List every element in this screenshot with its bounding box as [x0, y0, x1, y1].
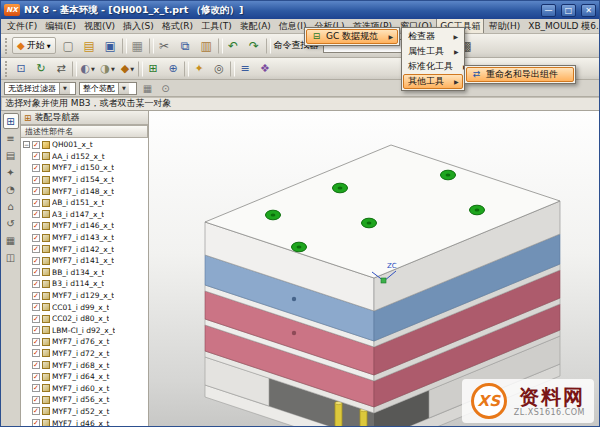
component-checkbox[interactable]: ✓: [32, 407, 40, 415]
cooling-hole[interactable]: [292, 331, 296, 335]
tree-item[interactable]: ✓ MYF7_i d64_x_t: [21, 371, 148, 383]
maximize-button[interactable]: □: [561, 4, 576, 17]
toolbar-button[interactable]: ✦: [190, 60, 209, 78]
toolbar-button[interactable]: [266, 38, 271, 54]
menu-item-gc-data-standard[interactable]: ⊟ GC 数据规范 ▶: [306, 29, 398, 44]
component-checkbox[interactable]: ✓: [32, 245, 40, 253]
toolbar-button[interactable]: [149, 38, 154, 54]
tree-item[interactable]: ✓ MYF7_i d72_x_t: [21, 348, 148, 360]
submenu-item[interactable]: 标准化工具 ▶: [403, 59, 463, 74]
toolbar-button[interactable]: ⇄: [52, 60, 71, 78]
resource-bar-icon[interactable]: ↺: [3, 215, 19, 231]
component-checkbox[interactable]: ✓: [32, 303, 40, 311]
component-checkbox[interactable]: ✓: [32, 222, 40, 230]
navigator-column-header[interactable]: 描述性部件名: [21, 125, 148, 138]
toolbar-button[interactable]: ≡: [236, 60, 255, 78]
resource-bar-icon[interactable]: ⊞: [3, 113, 19, 129]
toolbar-grip[interactable]: [5, 38, 9, 54]
toolbar-button[interactable]: ⊕: [164, 60, 183, 78]
toolbar-button[interactable]: ◆▼: [118, 60, 137, 78]
component-checkbox[interactable]: ✓: [32, 141, 40, 149]
component-checkbox[interactable]: ✓: [32, 152, 40, 160]
component-checkbox[interactable]: ✓: [32, 280, 40, 288]
submenu-item[interactable]: 属性工具 ▶: [403, 44, 463, 59]
resource-bar-icon[interactable]: ▤: [3, 147, 19, 163]
toolbar-button[interactable]: [218, 38, 223, 54]
resource-bar-icon[interactable]: ◔: [3, 181, 19, 197]
resource-bar-icon[interactable]: ≡: [3, 130, 19, 146]
tree-item[interactable]: ✓ MYF7_i d143_x_t: [21, 232, 148, 244]
toolbar-grip[interactable]: [5, 61, 9, 77]
tree-item[interactable]: ✓ MYF7_i d154_x_t: [21, 174, 148, 186]
minimize-button[interactable]: —: [541, 4, 556, 17]
component-checkbox[interactable]: ✓: [32, 187, 40, 195]
toolbar-button[interactable]: ▤: [80, 36, 100, 56]
selection-toggle-icon[interactable]: ▦: [140, 81, 155, 95]
tree-item[interactable]: ✓ MYF7_i d148_x_t: [21, 185, 148, 197]
toolbar-button[interactable]: [72, 61, 77, 77]
component-checkbox[interactable]: ✓: [32, 349, 40, 357]
tree-item[interactable]: ✓ MYF7_i d76_x_t: [21, 336, 148, 348]
selection-filter-dropdown[interactable]: 无选择过滤器 ▼: [4, 82, 76, 95]
resource-bar-icon[interactable]: ✦: [3, 164, 19, 180]
component-checkbox[interactable]: ✓: [32, 361, 40, 369]
collapse-icon[interactable]: −: [23, 141, 30, 148]
toolbar-button[interactable]: ⧉: [176, 36, 196, 56]
toolbar-button[interactable]: ◎: [210, 60, 229, 78]
toolbar-button[interactable]: ❖: [256, 60, 275, 78]
menu-item-rename-export-component[interactable]: ⇄ 重命名和导出组件: [466, 67, 574, 82]
component-checkbox[interactable]: ✓: [32, 268, 40, 276]
tree-item[interactable]: ✓ MYF7_i d150_x_t: [21, 162, 148, 174]
component-checkbox[interactable]: ✓: [32, 384, 40, 392]
toolbar-button[interactable]: ▦: [128, 36, 148, 56]
tree-root-item[interactable]: − ✓ QH001_x_t: [21, 139, 148, 151]
toolbar-button[interactable]: [138, 61, 143, 77]
component-checkbox[interactable]: ✓: [32, 373, 40, 381]
toolbar-button[interactable]: ↶: [224, 36, 244, 56]
component-checkbox[interactable]: ✓: [32, 164, 40, 172]
tree-item[interactable]: ✓ MYF7_i d56_x_t: [21, 394, 148, 406]
menu-item[interactable]: 工具(T): [197, 19, 236, 34]
tree-item[interactable]: ✓ CC02_i d80_x_t: [21, 313, 148, 325]
toolbar-button[interactable]: ▥: [197, 36, 217, 56]
toolbar-button[interactable]: [184, 61, 189, 77]
menu-item[interactable]: 视图(V): [80, 19, 119, 34]
toolbar-button[interactable]: ▢: [59, 36, 79, 56]
graphics-window[interactable]: ZC XS 资料网 ZL.XS1616.COM: [149, 111, 599, 427]
submenu-item[interactable]: 检查器 ▶: [403, 29, 463, 44]
tree-item[interactable]: ✓ MYF7_i d142_x_t: [21, 243, 148, 255]
tree-item[interactable]: ✓ BB_i d134_x_t: [21, 267, 148, 279]
toolbar-button[interactable]: ▣: [101, 36, 121, 56]
tree-item[interactable]: ✓ AA_i d152_x_t: [21, 151, 148, 163]
component-checkbox[interactable]: ✓: [32, 326, 40, 334]
tree-item[interactable]: ✓ MYF7_i d129_x_t: [21, 290, 148, 302]
tree-item[interactable]: ✓ A3_i d147_x_t: [21, 209, 148, 221]
menu-item[interactable]: 插入(S): [119, 19, 158, 34]
tree-item[interactable]: ✓ LBM-CI_i d92_x_t: [21, 325, 148, 337]
toolbar-button[interactable]: ⊡: [12, 60, 31, 78]
toolbar-button[interactable]: ◑▼: [98, 60, 117, 78]
toolbar-button[interactable]: ◐▼: [78, 60, 97, 78]
toolbar-button[interactable]: [230, 61, 235, 77]
resource-bar-icon[interactable]: ▦: [3, 232, 19, 248]
selection-toggle-icon[interactable]: ⊙: [158, 81, 173, 95]
component-checkbox[interactable]: ✓: [32, 315, 40, 323]
tree-item[interactable]: ✓ MYF7_i d46_x_t: [21, 417, 148, 427]
resource-bar-icon[interactable]: ⌂: [3, 198, 19, 214]
menu-item[interactable]: XB_MOULD 模6.6: [524, 19, 599, 34]
tree-item[interactable]: ✓ B3_i d114_x_t: [21, 278, 148, 290]
close-button[interactable]: ✕: [581, 4, 596, 17]
component-checkbox[interactable]: ✓: [32, 292, 40, 300]
component-checkbox[interactable]: ✓: [32, 199, 40, 207]
component-checkbox[interactable]: ✓: [32, 234, 40, 242]
component-checkbox[interactable]: ✓: [32, 176, 40, 184]
submenu-item[interactable]: 其他工具 ▶: [403, 74, 463, 89]
menu-item[interactable]: 编辑(E): [41, 19, 80, 34]
tree-item[interactable]: ✓ AB_i d151_x_t: [21, 197, 148, 209]
toolbar-button[interactable]: ⊞: [144, 60, 163, 78]
tree-item[interactable]: ✓ MYF7_i d146_x_t: [21, 220, 148, 232]
menu-item[interactable]: 文件(F): [3, 19, 41, 34]
menu-item[interactable]: 帮助(H): [484, 19, 524, 34]
tree-item[interactable]: ✓ MYF7_i d52_x_t: [21, 406, 148, 418]
menu-item[interactable]: 装配(A): [236, 19, 275, 34]
